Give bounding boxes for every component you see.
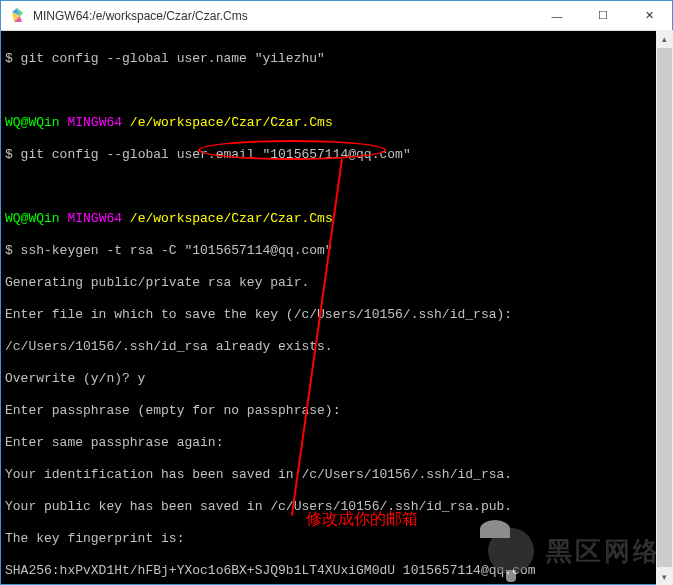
prompt-env: MINGW64 — [67, 115, 122, 130]
window-controls: — ☐ ✕ — [534, 1, 672, 30]
prompt-user: WQ@WQin — [5, 115, 60, 130]
prompt-path: /e/workspace/Czar/Czar.Cms — [130, 211, 333, 226]
prompt-path: /e/workspace/Czar/Czar.Cms — [130, 115, 333, 130]
scroll-thumb[interactable] — [657, 48, 672, 567]
window-titlebar: MINGW64:/e/workspace/Czar/Czar.Cms — ☐ ✕ — [1, 1, 672, 31]
scroll-down-button[interactable]: ▾ — [656, 568, 673, 585]
app-icon — [9, 8, 25, 24]
prompt-env: MINGW64 — [67, 211, 122, 226]
terminal-output[interactable]: $ git config --global user.name "yilezhu… — [1, 31, 672, 584]
prompt-user: WQ@WQin — [5, 211, 60, 226]
vertical-scrollbar[interactable]: ▴ ▾ — [656, 30, 673, 585]
scroll-up-button[interactable]: ▴ — [656, 30, 673, 47]
maximize-button[interactable]: ☐ — [580, 1, 626, 30]
window-title: MINGW64:/e/workspace/Czar/Czar.Cms — [33, 9, 534, 23]
minimize-button[interactable]: — — [534, 1, 580, 30]
close-button[interactable]: ✕ — [626, 1, 672, 30]
